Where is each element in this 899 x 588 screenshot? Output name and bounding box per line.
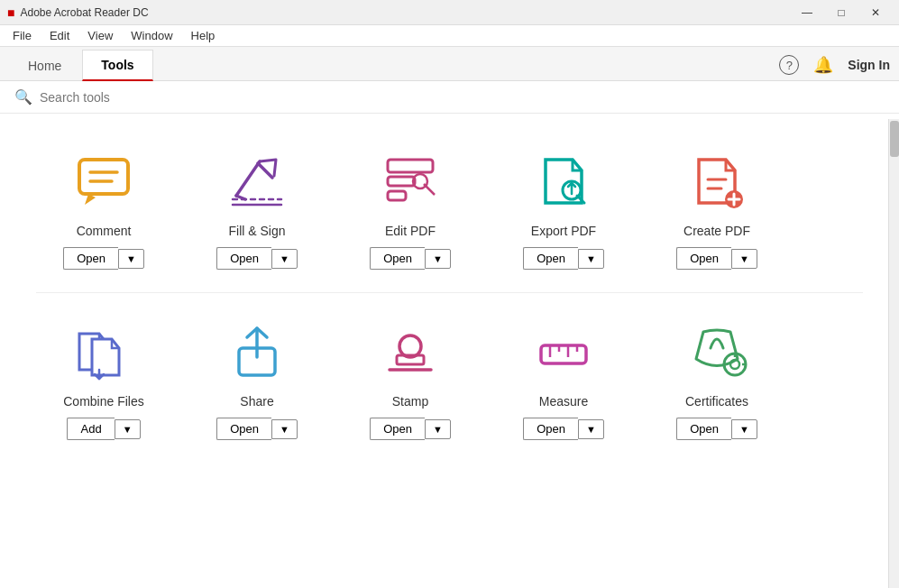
tool-card-share: Share Open ▼ (189, 302, 325, 454)
combine-files-dropdown-button[interactable]: ▼ (115, 419, 141, 439)
tool-card-combine-files: Combine Files Add ▼ (36, 302, 171, 454)
tab-bar-left: Home Tools (9, 50, 155, 80)
sign-in-button[interactable]: Sign In (848, 58, 890, 72)
search-icon: 🔍 (14, 88, 32, 106)
certificates-icon-container (681, 320, 753, 383)
edit-pdf-btn-group: Open ▼ (370, 247, 451, 270)
edit-pdf-dropdown-button[interactable]: ▼ (425, 249, 451, 269)
svg-rect-24 (397, 355, 424, 364)
comment-icon (72, 152, 135, 211)
row-divider (36, 292, 863, 293)
svg-point-23 (399, 335, 421, 357)
stamp-icon (379, 323, 442, 381)
certificates-dropdown-button[interactable]: ▼ (731, 419, 757, 439)
export-pdf-icon (532, 152, 595, 211)
menu-window[interactable]: Window (122, 27, 181, 44)
share-open-button[interactable]: Open (216, 418, 271, 440)
edit-pdf-icon (379, 152, 442, 211)
create-pdf-label: Create PDF (683, 224, 750, 238)
combine-files-icon-container (68, 320, 140, 383)
stamp-btn-group: Open ▼ (370, 418, 451, 440)
app-icon: ■ (7, 5, 14, 20)
stamp-icon-container (374, 320, 446, 383)
comment-icon-container (68, 150, 140, 213)
stamp-dropdown-button[interactable]: ▼ (425, 419, 451, 439)
edit-pdf-open-button[interactable]: Open (370, 247, 425, 270)
tab-bar: Home Tools ? 🔔 Sign In (0, 47, 899, 81)
certificates-btn-group: Open ▼ (676, 418, 757, 440)
tool-card-edit-pdf: Edit PDF Open ▼ (343, 132, 478, 283)
menu-edit[interactable]: Edit (41, 27, 78, 44)
edit-pdf-label: Edit PDF (385, 224, 436, 238)
close-button[interactable]: ✕ (859, 0, 892, 25)
svg-line-4 (236, 161, 260, 196)
measure-btn-group: Open ▼ (523, 418, 604, 440)
tool-card-measure: Measure Open ▼ (496, 302, 631, 454)
svg-rect-8 (388, 160, 433, 172)
tool-card-export-pdf: Export PDF Open ▼ (496, 132, 631, 283)
create-pdf-btn-group: Open ▼ (676, 247, 757, 270)
export-pdf-open-button[interactable]: Open (523, 247, 578, 270)
fill-sign-label: Fill & Sign (228, 224, 285, 238)
tools-row-2: Combine Files Add ▼ Share Open ▼ (36, 302, 863, 454)
menu-file[interactable]: File (4, 27, 41, 44)
comment-label: Comment (77, 224, 132, 238)
combine-files-btn-group: Add ▼ (67, 418, 140, 440)
tool-card-fill-sign: Fill & Sign Open ▼ (189, 132, 325, 283)
tool-card-create-pdf: Create PDF Open ▼ (649, 132, 784, 283)
menu-bar: File Edit View Window Help (0, 25, 899, 47)
create-pdf-icon (685, 152, 748, 211)
help-icon: ? (779, 55, 799, 75)
measure-icon-container (527, 320, 600, 383)
measure-dropdown-button[interactable]: ▼ (578, 419, 604, 439)
measure-open-button[interactable]: Open (523, 418, 578, 440)
comment-btn-group: Open ▼ (63, 247, 144, 270)
tool-card-stamp: Stamp Open ▼ (343, 302, 478, 454)
fill-sign-open-button[interactable]: Open (216, 247, 271, 270)
comment-open-button[interactable]: Open (63, 247, 118, 270)
fill-sign-icon-container (221, 150, 293, 213)
share-dropdown-button[interactable]: ▼ (271, 419, 298, 439)
search-input[interactable] (40, 90, 885, 105)
export-pdf-dropdown-button[interactable]: ▼ (578, 249, 604, 269)
share-icon-container (221, 320, 293, 383)
scrollbar[interactable] (888, 119, 899, 588)
tools-row-1: Comment Open ▼ Fill & Sign Open (36, 132, 863, 283)
help-button[interactable]: ? (779, 55, 799, 75)
bell-icon: 🔔 (813, 55, 833, 75)
stamp-label: Stamp (392, 394, 428, 409)
measure-label: Measure (539, 394, 588, 409)
certificates-icon (685, 323, 748, 381)
combine-files-add-button[interactable]: Add (67, 418, 114, 440)
create-pdf-dropdown-button[interactable]: ▼ (731, 249, 757, 269)
measure-icon (532, 323, 595, 381)
title-bar-left: ■ Adobe Acrobat Reader DC (7, 5, 149, 20)
notifications-button[interactable]: 🔔 (813, 55, 833, 75)
main-content: Comment Open ▼ Fill & Sign Open (0, 114, 899, 583)
minimize-button[interactable]: — (791, 0, 823, 25)
maximize-button[interactable]: □ (825, 0, 858, 25)
share-icon (225, 323, 289, 381)
show-more-area: Show More (0, 583, 899, 588)
create-pdf-open-button[interactable]: Open (676, 247, 731, 270)
comment-dropdown-button[interactable]: ▼ (118, 249, 144, 269)
stamp-open-button[interactable]: Open (370, 418, 425, 440)
title-bar: ■ Adobe Acrobat Reader DC — □ ✕ (0, 0, 899, 25)
svg-rect-10 (388, 191, 406, 200)
tab-tools[interactable]: Tools (82, 50, 152, 81)
fill-sign-dropdown-button[interactable]: ▼ (271, 249, 298, 269)
menu-view[interactable]: View (78, 27, 122, 44)
certificates-open-button[interactable]: Open (676, 418, 731, 440)
svg-rect-26 (541, 345, 586, 363)
export-pdf-btn-group: Open ▼ (523, 247, 604, 270)
title-bar-controls: — □ ✕ (791, 0, 892, 25)
fill-sign-btn-group: Open ▼ (216, 247, 298, 270)
tab-home[interactable]: Home (9, 51, 80, 80)
export-pdf-label: Export PDF (531, 224, 596, 238)
menu-help[interactable]: Help (182, 27, 225, 44)
tool-card-comment: Comment Open ▼ (36, 132, 171, 283)
combine-files-label: Combine Files (63, 394, 143, 409)
tool-card-certificates: Certificates Open ▼ (649, 302, 784, 454)
fill-sign-icon (225, 152, 289, 211)
scrollbar-thumb[interactable] (890, 121, 899, 157)
